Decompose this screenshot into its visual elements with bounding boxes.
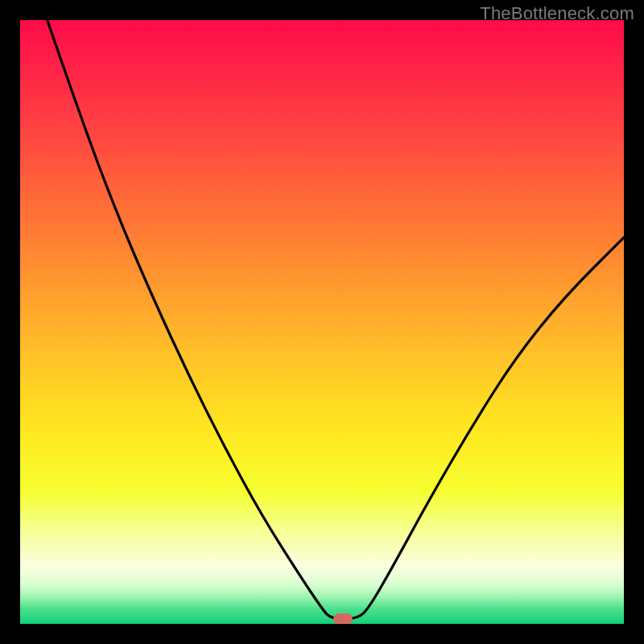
chart-frame: TheBottleneck.com: [0, 0, 644, 644]
plot-area: [20, 20, 624, 624]
optimal-point-marker: [333, 613, 353, 624]
watermark-text: TheBottleneck.com: [480, 3, 634, 24]
bottleneck-curve: [20, 20, 624, 624]
